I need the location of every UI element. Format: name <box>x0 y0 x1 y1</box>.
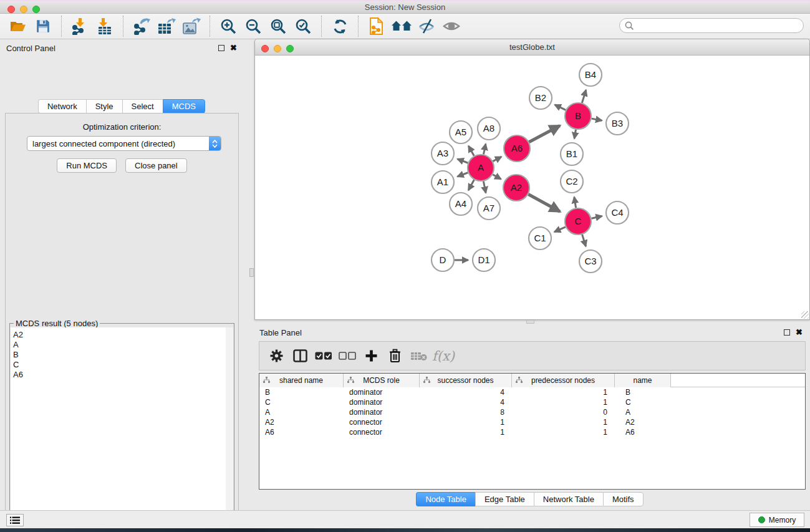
export-network-icon[interactable] <box>131 16 152 36</box>
delete-table-icon[interactable] <box>408 346 428 367</box>
table-float-panel-icon[interactable] <box>784 329 790 336</box>
memory-button[interactable]: Memory <box>750 513 804 527</box>
edge-A-A4[interactable] <box>468 180 474 190</box>
network-canvas[interactable]: AA1A2A3A4A5A6A7A8BB1B2B3B4CC1C2C3C4DD1 <box>255 56 809 319</box>
edge-B-B4[interactable] <box>582 90 586 103</box>
table-row[interactable]: A6connector11A6 <box>259 427 805 437</box>
cell-MCDS-role[interactable]: connector <box>344 417 420 427</box>
cell-successor-nodes[interactable]: 4 <box>420 387 512 397</box>
network-window-titlebar[interactable]: testGlobe.txt <box>255 39 809 56</box>
column-header-shared-name[interactable]: shared name <box>259 374 344 387</box>
table-row[interactable]: Adominator80A <box>259 407 805 417</box>
edge-C-C3[interactable] <box>582 235 586 246</box>
show-columns-icon[interactable] <box>290 346 310 367</box>
edge-A6-B[interactable] <box>529 125 559 142</box>
refresh-layout-icon[interactable] <box>329 16 350 36</box>
result-item[interactable]: A2 <box>13 330 226 340</box>
table-row[interactable]: Cdominator41C <box>259 397 805 407</box>
edge-C-C1[interactable] <box>554 227 566 232</box>
delete-column-icon[interactable] <box>385 346 405 367</box>
zoom-in-icon[interactable] <box>218 16 239 36</box>
close-panel-button[interactable]: Close panel <box>125 158 187 173</box>
cell-MCDS-role[interactable]: dominator <box>344 387 420 397</box>
table-row[interactable]: Bdominator41B <box>259 387 805 397</box>
table-row[interactable]: A2connector11A2 <box>259 417 805 427</box>
tab-network[interactable]: Network <box>38 99 86 114</box>
cell-shared-name[interactable]: C <box>259 397 344 407</box>
window-resize-grip[interactable] <box>801 311 809 319</box>
cell-name[interactable]: B <box>615 387 671 397</box>
select-all-columns-icon[interactable] <box>314 346 334 367</box>
cell-shared-name[interactable]: A6 <box>259 427 344 437</box>
cell-MCDS-role[interactable]: dominator <box>344 397 420 407</box>
result-item[interactable]: A <box>13 340 226 350</box>
zoom-fit-icon[interactable] <box>268 16 289 36</box>
edge-A-A3[interactable] <box>458 159 468 163</box>
cell-predecessor-nodes[interactable]: 1 <box>512 397 615 407</box>
edge-A-A6[interactable] <box>493 157 501 161</box>
open-file-icon[interactable] <box>7 16 29 36</box>
cell-name[interactable]: C <box>615 397 671 407</box>
tab-style[interactable]: Style <box>86 99 122 114</box>
hide-details-icon[interactable] <box>416 16 437 36</box>
result-item[interactable]: C <box>13 360 226 370</box>
column-header-predecessor-nodes[interactable]: predecessor nodes <box>512 374 615 387</box>
run-mcds-button[interactable]: Run MCDS <box>57 158 117 173</box>
tab-motifs[interactable]: Motifs <box>603 492 644 506</box>
edge-B-B3[interactable] <box>592 118 602 120</box>
tab-edge-table[interactable]: Edge Table <box>475 492 534 506</box>
panel-splitter-handle[interactable] <box>249 268 254 277</box>
float-panel-icon[interactable] <box>218 45 224 51</box>
close-window-light[interactable] <box>7 6 15 13</box>
edge-A-A5[interactable] <box>468 146 474 156</box>
cell-predecessor-nodes[interactable]: 0 <box>512 407 615 417</box>
cell-predecessor-nodes[interactable]: 1 <box>512 387 615 397</box>
zoom-selected-icon[interactable] <box>292 16 314 36</box>
column-header-MCDS-role[interactable]: MCDS role <box>344 374 420 387</box>
search-input[interactable] <box>638 21 803 31</box>
edge-A-A8[interactable] <box>483 144 485 155</box>
zoom-window-light[interactable] <box>32 6 40 13</box>
tab-node-table[interactable]: Node Table <box>416 492 475 506</box>
show-all-networks-icon[interactable] <box>391 16 412 36</box>
table-close-panel-icon[interactable]: ✖ <box>796 329 803 336</box>
network-graph[interactable]: AA1A2A3A4A5A6A7A8BB1B2B3B4CC1C2C3C4DD1 <box>255 56 809 319</box>
unselect-all-columns-icon[interactable] <box>337 346 357 367</box>
network-close-light[interactable] <box>261 45 269 52</box>
show-details-icon[interactable] <box>441 16 462 36</box>
edge-C-C2[interactable] <box>574 197 576 208</box>
cell-successor-nodes[interactable]: 1 <box>420 427 512 437</box>
criterion-dropdown[interactable]: largest connected component (directed) <box>27 136 221 151</box>
save-session-icon[interactable] <box>32 16 54 36</box>
tab-network-table[interactable]: Network Table <box>534 492 603 506</box>
cell-successor-nodes[interactable]: 8 <box>420 407 512 417</box>
edge-A-A7[interactable] <box>483 181 486 193</box>
edge-A-A2[interactable] <box>493 175 501 179</box>
import-network-icon[interactable] <box>69 16 90 36</box>
cell-name[interactable]: A6 <box>615 427 671 437</box>
cell-shared-name[interactable]: A <box>259 407 344 417</box>
cell-name[interactable]: A2 <box>615 417 671 427</box>
cell-shared-name[interactable]: A2 <box>259 417 344 427</box>
cell-name[interactable]: A <box>615 407 671 417</box>
minimize-window-light[interactable] <box>20 6 27 13</box>
cell-successor-nodes[interactable]: 1 <box>420 417 512 427</box>
edge-A-A1[interactable] <box>458 173 468 177</box>
cell-shared-name[interactable]: B <box>259 387 344 397</box>
zoom-out-icon[interactable] <box>243 16 264 36</box>
new-network-from-file-icon[interactable] <box>366 16 387 36</box>
cell-predecessor-nodes[interactable]: 1 <box>512 427 615 437</box>
import-table-icon[interactable] <box>94 16 115 36</box>
network-minimize-light[interactable] <box>274 45 281 52</box>
cell-predecessor-nodes[interactable]: 1 <box>512 417 615 427</box>
close-panel-icon[interactable]: ✖ <box>230 45 237 51</box>
node-table[interactable]: shared nameMCDS rolesuccessor nodesprede… <box>259 373 806 490</box>
cell-MCDS-role[interactable]: connector <box>344 427 420 437</box>
function-builder-icon[interactable]: f(x) <box>432 346 455 367</box>
cell-successor-nodes[interactable]: 4 <box>420 397 512 407</box>
task-history-button[interactable] <box>6 514 24 526</box>
add-column-icon[interactable] <box>361 346 381 367</box>
export-image-icon[interactable] <box>181 16 202 36</box>
edge-C-C4[interactable] <box>591 216 602 218</box>
result-scrollbar[interactable] <box>226 327 233 532</box>
